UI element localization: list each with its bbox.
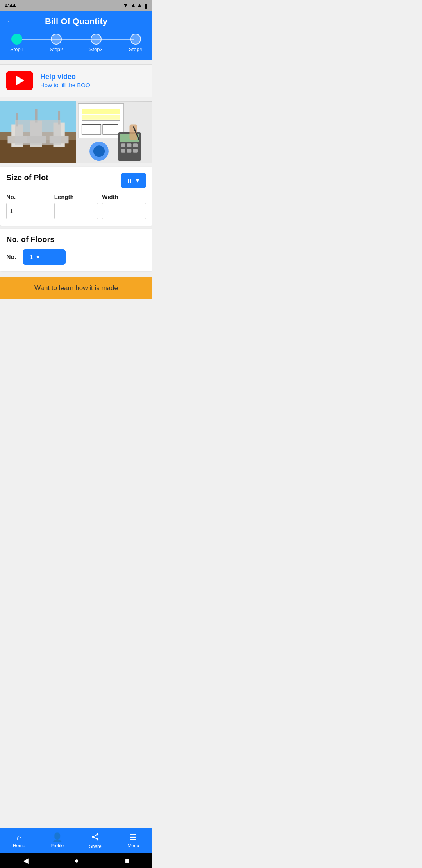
svg-rect-25 (133, 143, 138, 147)
svg-rect-5 (54, 123, 65, 147)
page-title: Bill Of Quantity (45, 16, 107, 27)
back-button[interactable]: ← (6, 16, 15, 27)
svg-rect-10 (35, 109, 38, 123)
step-4-circle (130, 34, 141, 45)
images-row (0, 101, 152, 163)
floors-value: 1 (30, 254, 33, 261)
svg-rect-27 (127, 149, 132, 153)
signal-icon: ▲▲ (130, 2, 143, 9)
no-input[interactable] (6, 203, 50, 219)
status-icons: ▼ ▲▲ ▮ (122, 2, 148, 9)
wifi-icon: ▼ (122, 2, 129, 9)
step-3-circle (91, 34, 102, 45)
width-input[interactable] (102, 203, 146, 219)
svg-rect-23 (121, 143, 125, 147)
blueprint-image (76, 101, 152, 163)
step-3-label: Step3 (89, 47, 103, 52)
width-column: Width (102, 194, 146, 219)
svg-rect-11 (58, 111, 60, 124)
length-column: Length (54, 194, 98, 219)
svg-rect-28 (133, 149, 138, 153)
size-of-plot-card: Size of Plot m ▾ No. Length Width (0, 167, 152, 226)
step-1-circle (11, 34, 22, 45)
floors-title: No. of Floors (6, 235, 146, 244)
help-title: Help video (40, 73, 90, 81)
no-column: No. (6, 194, 50, 219)
header-banner: ← Bill Of Quantity Step1 Step2 Step3 Ste… (0, 11, 152, 60)
width-label: Width (102, 194, 146, 200)
status-bar: 4:44 ▼ ▲▲ ▮ (0, 0, 152, 11)
step-1-label: Step1 (10, 47, 23, 52)
floors-dropdown[interactable]: 1 ▾ (23, 249, 66, 265)
step-3[interactable]: Step3 (89, 34, 103, 52)
floors-row: No. 1 ▾ (6, 249, 146, 265)
step-4[interactable]: Step4 (129, 34, 142, 52)
no-label: No. (6, 194, 50, 200)
plot-form-grid: No. Length Width (6, 194, 146, 219)
dropdown-chevron-icon: ▾ (136, 177, 139, 184)
step-2-label: Step2 (50, 47, 63, 52)
svg-rect-24 (127, 143, 132, 147)
step-1[interactable]: Step1 (10, 34, 23, 52)
svg-rect-8 (50, 136, 69, 144)
construction-image (0, 101, 76, 163)
step-2[interactable]: Step2 (50, 34, 63, 52)
svg-point-30 (93, 145, 105, 157)
step-4-label: Step4 (129, 47, 142, 52)
floors-card: No. of Floors No. 1 ▾ (0, 229, 152, 271)
svg-rect-19 (82, 109, 120, 114)
svg-rect-9 (16, 113, 18, 126)
help-video-card[interactable]: Help video How to fill the BOQ (0, 64, 152, 97)
svg-rect-7 (27, 136, 46, 144)
svg-rect-26 (121, 149, 125, 153)
plot-title: Size of Plot (6, 173, 48, 182)
help-subtitle: How to fill the BOQ (40, 82, 90, 88)
length-label: Length (54, 194, 98, 200)
help-text: Help video How to fill the BOQ (40, 73, 90, 88)
steps-progress: Step1 Step2 Step3 Step4 (6, 34, 146, 52)
svg-rect-4 (30, 121, 42, 147)
steps-line (18, 39, 134, 40)
floors-label: No. (6, 254, 16, 261)
svg-rect-20 (82, 115, 120, 120)
battery-icon: ▮ (144, 2, 148, 9)
unit-value: m (128, 177, 133, 184)
status-time: 4:44 (5, 2, 16, 9)
cta-button[interactable]: Want to learn how it is made (0, 277, 152, 299)
svg-rect-6 (8, 136, 27, 144)
length-input[interactable] (54, 203, 98, 219)
youtube-icon (6, 71, 33, 90)
unit-dropdown[interactable]: m ▾ (121, 173, 146, 188)
header-top: ← Bill Of Quantity (6, 16, 146, 27)
step-2-circle (51, 34, 62, 45)
play-icon (16, 76, 24, 85)
floors-chevron-icon: ▾ (36, 253, 39, 261)
plot-header-row: Size of Plot m ▾ (6, 173, 146, 188)
